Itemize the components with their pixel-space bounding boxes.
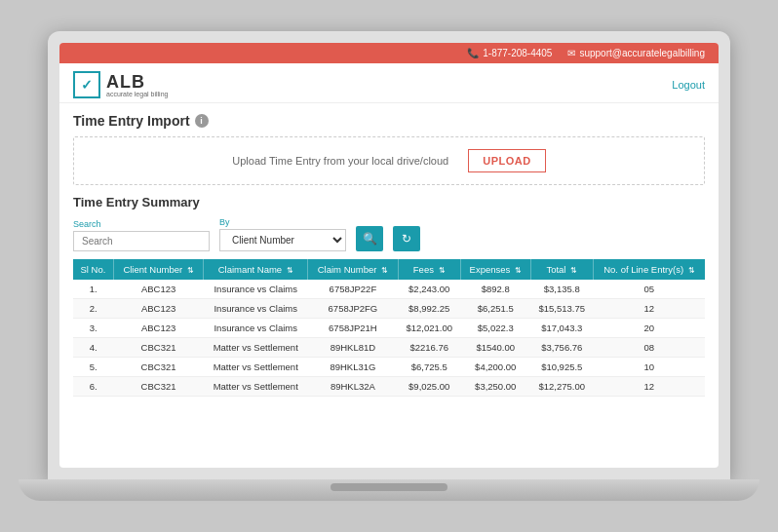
col-sl: Sl No. [73, 259, 113, 280]
cell-sl: 3. [73, 319, 113, 338]
sort-icon-client: ⇅ [187, 266, 194, 275]
col-client: Client Number ⇅ [113, 259, 203, 280]
upload-button[interactable]: UPLOAD [468, 149, 545, 172]
cell-expenses: $5,022.3 [460, 319, 530, 338]
sort-icon-fees: ⇅ [439, 266, 446, 275]
cell-expenses: $3,250.00 [460, 377, 530, 397]
sort-icon-claimant: ⇅ [287, 266, 293, 275]
cell-expenses: $892.8 [460, 280, 530, 299]
email-icon: ✉ [567, 48, 575, 58]
cell-claim: 6758JP21H [308, 319, 398, 338]
cell-total: $12,275.00 [530, 377, 593, 397]
top-bar: 📞 1-877-208-4405 ✉ support@accuratelegal… [59, 43, 719, 63]
data-table: Sl No. Client Number ⇅ Claimant Name ⇅ C… [73, 259, 705, 397]
logo-check: ✓ [81, 77, 93, 93]
cell-lines: 05 [593, 280, 705, 299]
header: ✓ ALB accurate legal billing Logout [59, 63, 719, 103]
cell-claimant: Matter vs Settlement [204, 338, 308, 358]
cell-total: $17,043.3 [530, 319, 593, 338]
cell-sl: 2. [73, 299, 113, 319]
cell-lines: 12 [593, 299, 705, 319]
cell-fees: $2216.76 [398, 338, 460, 358]
search-area: Search By Client Number Claimant Name Cl… [73, 217, 705, 251]
magnifier-icon: 🔍 [363, 232, 377, 246]
logo-box: ✓ [73, 71, 100, 98]
upload-area: Upload Time Entry from your local drive/… [73, 136, 705, 185]
table-row: 5. CBC321 Matter vs Settlement 89HKL31G … [73, 358, 705, 377]
table-header-row: Sl No. Client Number ⇅ Claimant Name ⇅ C… [73, 259, 705, 280]
summary-title: Time Entry Summary [73, 195, 705, 209]
cell-expenses: $4,200.00 [460, 358, 530, 377]
cell-claim: 6758JP22F [308, 280, 398, 299]
phone-number: 1-877-208-4405 [483, 48, 552, 58]
page-title-area: Time Entry Import i [73, 113, 705, 129]
cell-fees: $8,992.25 [398, 299, 460, 319]
search-field-group: Search [73, 219, 210, 251]
phone-item: 📞 1-877-208-4405 [467, 48, 552, 58]
cell-total: $15,513.75 [530, 299, 593, 319]
cell-sl: 1. [73, 280, 113, 299]
col-expenses: Expenses ⇅ [460, 259, 530, 280]
cell-total: $3,756.76 [530, 338, 593, 358]
col-lines: No. of Line Entry(s) ⇅ [593, 259, 705, 280]
cell-claimant: Matter vs Settlement [204, 358, 308, 377]
cell-claim: 89HKL32A [308, 377, 398, 397]
cell-claim: 89HKL81D [308, 338, 398, 358]
cell-client: ABC123 [113, 319, 203, 338]
laptop-body: 📞 1-877-208-4405 ✉ support@accuratelegal… [48, 31, 730, 479]
col-total: Total ⇅ [530, 259, 593, 280]
cell-total: $3,135.8 [530, 280, 593, 299]
cell-sl: 6. [73, 377, 113, 397]
by-field-group: By Client Number Claimant Name Claim Num… [219, 217, 346, 251]
cell-sl: 5. [73, 358, 113, 377]
cell-client: CBC321 [113, 338, 203, 358]
sort-icon-total: ⇅ [570, 266, 577, 275]
cell-sl: 4. [73, 338, 113, 358]
refresh-button[interactable]: ↻ [393, 226, 420, 251]
cell-claimant: Insurance vs Claims [204, 299, 308, 319]
cell-client: ABC123 [113, 299, 203, 319]
logo-area: ✓ ALB accurate legal billing [73, 71, 168, 98]
cell-claimant: Matter vs Settlement [204, 377, 308, 397]
col-claim: Claim Number ⇅ [308, 259, 398, 280]
cell-lines: 12 [593, 377, 705, 397]
sort-icon-claim: ⇅ [381, 266, 388, 275]
cell-claimant: Insurance vs Claims [204, 319, 308, 338]
cell-client: CBC321 [113, 377, 203, 397]
sort-icon-lines: ⇅ [688, 266, 695, 275]
upload-text: Upload Time Entry from your local drive/… [232, 155, 448, 167]
laptop-screen: 📞 1-877-208-4405 ✉ support@accuratelegal… [59, 43, 719, 468]
cell-client: ABC123 [113, 280, 203, 299]
main-content: Time Entry Import i Upload Time Entry fr… [59, 103, 719, 468]
cell-client: CBC321 [113, 358, 203, 377]
search-button[interactable]: 🔍 [356, 226, 383, 251]
table-row: 2. ABC123 Insurance vs Claims 6758JP2FG … [73, 299, 705, 319]
by-select[interactable]: Client Number Claimant Name Claim Number [219, 229, 346, 251]
cell-fees: $2,243.00 [398, 280, 460, 299]
table-row: 3. ABC123 Insurance vs Claims 6758JP21H … [73, 319, 705, 338]
cell-claim: 6758JP2FG [308, 299, 398, 319]
col-claimant: Claimant Name ⇅ [204, 259, 308, 280]
table-body: 1. ABC123 Insurance vs Claims 6758JP22F … [73, 280, 705, 397]
table-row: 6. CBC321 Matter vs Settlement 89HKL32A … [73, 377, 705, 397]
email-item: ✉ support@accuratelegalbilling [567, 48, 705, 58]
info-icon[interactable]: i [195, 114, 209, 128]
search-input[interactable] [73, 231, 210, 251]
cell-expenses: $1540.00 [460, 338, 530, 358]
logout-button[interactable]: Logout [672, 79, 705, 91]
search-label: Search [73, 219, 210, 229]
logo-subtitle: accurate legal billing [106, 91, 168, 97]
email-address: support@accuratelegalbilling [579, 48, 705, 58]
page-title: Time Entry Import [73, 113, 190, 129]
logo-text: ALB [106, 72, 145, 92]
cell-fees: $9,025.00 [398, 377, 460, 397]
cell-claimant: Insurance vs Claims [204, 280, 308, 299]
table-row: 4. CBC321 Matter vs Settlement 89HKL81D … [73, 338, 705, 358]
cell-fees: $6,725.5 [398, 358, 460, 377]
phone-icon: 📞 [467, 48, 479, 58]
sort-icon-expenses: ⇅ [515, 266, 522, 275]
laptop-wrapper: 📞 1-877-208-4405 ✉ support@accuratelegal… [0, 0, 778, 532]
cell-fees: $12,021.00 [398, 319, 460, 338]
cell-lines: 20 [593, 319, 705, 338]
logo-text-group: ALB accurate legal billing [106, 72, 168, 97]
